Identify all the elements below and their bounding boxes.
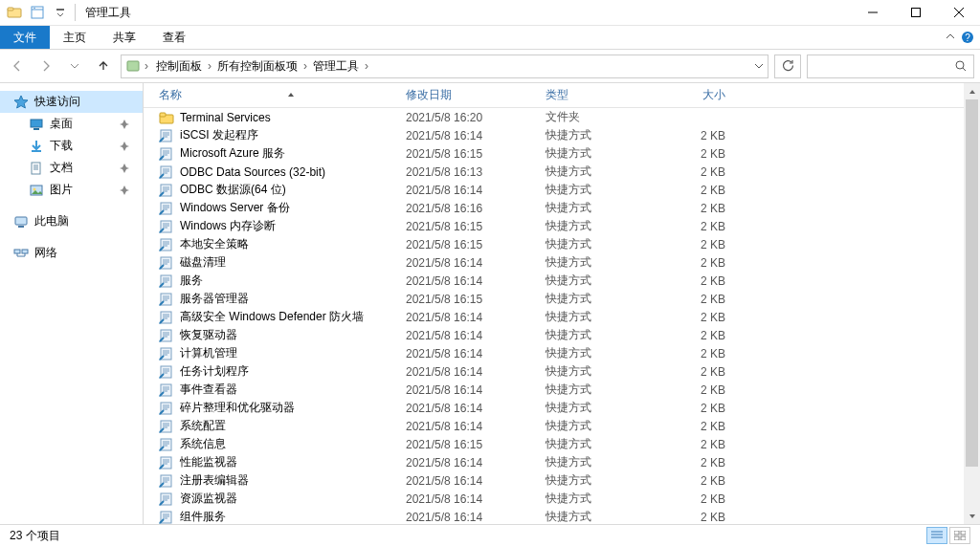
file-type: 快捷方式 xyxy=(540,273,655,289)
file-row[interactable]: 磁盘清理2021/5/8 16:14快捷方式2 KB xyxy=(144,253,980,272)
file-size: 2 KB xyxy=(655,202,731,215)
file-row[interactable]: ODBC 数据源(64 位)2021/5/8 16:14快捷方式2 KB xyxy=(144,181,980,199)
svg-rect-18 xyxy=(14,250,20,253)
breadcrumb-sep-icon[interactable]: › xyxy=(206,59,213,73)
view-large-icons-button[interactable] xyxy=(949,527,970,544)
breadcrumb-sep-icon[interactable]: › xyxy=(363,59,370,73)
file-size: 2 KB xyxy=(655,438,731,451)
refresh-button[interactable] xyxy=(774,55,801,78)
file-row[interactable]: 注册表编辑器2021/5/8 16:14快捷方式2 KB xyxy=(144,471,980,490)
file-row[interactable]: 系统配置2021/5/8 16:14快捷方式2 KB xyxy=(144,417,980,435)
title-separator xyxy=(75,4,76,21)
file-type: 快捷方式 xyxy=(540,400,655,416)
nav-forward-button[interactable] xyxy=(34,55,57,77)
content-pane: 名称 修改日期 类型 大小 Terminal Services2021/5/8 … xyxy=(144,83,980,524)
ribbon-expand-icon[interactable] xyxy=(946,33,955,42)
file-size: 2 KB xyxy=(655,184,731,197)
vertical-scrollbar[interactable] xyxy=(964,83,980,524)
view-details-button[interactable] xyxy=(926,527,947,544)
col-header-size[interactable]: 大小 xyxy=(655,87,731,103)
file-type: 快捷方式 xyxy=(540,145,655,162)
file-row[interactable]: 高级安全 Windows Defender 防火墙2021/5/8 16:14快… xyxy=(144,308,980,326)
file-row[interactable]: 计算机管理2021/5/8 16:14快捷方式2 KB xyxy=(144,344,980,362)
file-row[interactable]: 碎片整理和优化驱动器2021/5/8 16:14快捷方式2 KB xyxy=(144,399,980,417)
navigation-pane[interactable]: 快速访问 桌面下载文档图片 此电脑 网络 xyxy=(0,83,144,524)
ribbon-tab[interactable]: 查看 xyxy=(149,26,199,49)
network-icon xyxy=(13,246,29,261)
ribbon-tab[interactable]: 主页 xyxy=(50,26,100,49)
file-row[interactable]: Windows 内存诊断2021/5/8 16:15快捷方式2 KB xyxy=(144,217,980,235)
scroll-down-icon[interactable] xyxy=(964,508,980,524)
file-row[interactable]: 性能监视器2021/5/8 16:14快捷方式2 KB xyxy=(144,453,980,471)
nav-network-label: 网络 xyxy=(34,245,57,261)
file-list[interactable]: Terminal Services2021/5/8 16:20文件夹iSCSI … xyxy=(144,108,980,524)
breadcrumb-item[interactable]: 所有控制面板项 xyxy=(213,55,301,77)
window-title: 管理工具 xyxy=(79,5,131,21)
col-header-type[interactable]: 类型 xyxy=(540,87,655,103)
col-header-name[interactable]: 名称 xyxy=(153,87,400,103)
file-row[interactable]: iSCSI 发起程序2021/5/8 16:14快捷方式2 KB xyxy=(144,126,980,144)
file-size: 2 KB xyxy=(655,238,731,251)
nav-recent-dropdown[interactable] xyxy=(63,55,86,77)
minimize-button[interactable] xyxy=(851,0,894,26)
nav-quick-item[interactable]: 图片 xyxy=(29,179,143,201)
svg-text:?: ? xyxy=(965,33,970,43)
qat-folders-icon[interactable] xyxy=(4,2,25,23)
file-row[interactable]: 恢复驱动器2021/5/8 16:14快捷方式2 KB xyxy=(144,326,980,344)
downloads-icon xyxy=(29,139,44,154)
nav-back-button[interactable] xyxy=(6,55,29,77)
file-row[interactable]: 任务计划程序2021/5/8 16:14快捷方式2 KB xyxy=(144,362,980,381)
file-row[interactable]: 服务2021/5/8 16:14快捷方式2 KB xyxy=(144,272,980,290)
file-row[interactable]: 系统信息2021/5/8 16:15快捷方式2 KB xyxy=(144,435,980,453)
nav-quick-item[interactable]: 桌面 xyxy=(29,113,143,135)
qat-properties-icon[interactable] xyxy=(27,2,48,23)
shortcut-icon xyxy=(159,473,174,489)
file-size: 2 KB xyxy=(655,420,731,433)
breadcrumb-bar[interactable]: › 控制面板›所有控制面板项›管理工具› xyxy=(121,55,768,78)
breadcrumb-sep-icon[interactable]: › xyxy=(143,59,150,73)
ribbon-tab-file[interactable]: 文件 xyxy=(0,26,50,49)
file-date: 2021/5/8 16:14 xyxy=(400,456,540,470)
scroll-thumb[interactable] xyxy=(966,99,978,467)
nav-this-pc[interactable]: 此电脑 xyxy=(0,210,143,232)
breadcrumb-item[interactable]: 控制面板 xyxy=(152,55,206,77)
address-dropdown-icon[interactable] xyxy=(754,61,764,71)
file-date: 2021/5/8 16:14 xyxy=(400,347,540,360)
scroll-track[interactable] xyxy=(964,99,980,508)
file-name: ODBC 数据源(64 位) xyxy=(180,182,286,198)
file-row[interactable]: 服务器管理器2021/5/8 16:15快捷方式2 KB xyxy=(144,290,980,308)
file-type: 快捷方式 xyxy=(540,327,655,343)
nav-up-button[interactable] xyxy=(92,55,115,77)
nav-quick-access[interactable]: 快速访问 xyxy=(0,91,143,113)
file-row[interactable]: 本地安全策略2021/5/8 16:15快捷方式2 KB xyxy=(144,235,980,253)
file-row[interactable]: 资源监视器2021/5/8 16:14快捷方式2 KB xyxy=(144,490,980,508)
close-button[interactable] xyxy=(937,0,980,26)
file-row[interactable]: 组件服务2021/5/8 16:14快捷方式2 KB xyxy=(144,508,980,524)
shortcut-icon xyxy=(159,455,174,470)
file-name: 服务器管理器 xyxy=(180,291,249,307)
nav-network[interactable]: 网络 xyxy=(0,242,143,264)
col-header-date[interactable]: 修改日期 xyxy=(400,87,540,103)
file-name: 本地安全策略 xyxy=(180,236,249,252)
file-name: 注册表编辑器 xyxy=(180,472,249,489)
nav-quick-item[interactable]: 下载 xyxy=(29,135,143,157)
file-row[interactable]: 事件查看器2021/5/8 16:14快捷方式2 KB xyxy=(144,381,980,399)
qat-dropdown-icon[interactable] xyxy=(50,2,71,23)
breadcrumb-item[interactable]: 管理工具 xyxy=(309,55,363,77)
ribbon-help-icon[interactable]: ? xyxy=(961,31,974,44)
file-type: 快捷方式 xyxy=(540,236,655,252)
scroll-up-icon[interactable] xyxy=(964,83,980,99)
svg-rect-2 xyxy=(32,7,43,18)
search-box[interactable] xyxy=(807,55,974,78)
ribbon-tab[interactable]: 共享 xyxy=(100,26,149,49)
breadcrumb-sep-icon[interactable]: › xyxy=(301,59,309,73)
file-row[interactable]: Microsoft Azure 服务2021/5/8 16:15快捷方式2 KB xyxy=(144,144,980,163)
svg-rect-8 xyxy=(127,61,139,71)
file-row[interactable]: ODBC Data Sources (32-bit)2021/5/8 16:13… xyxy=(144,163,980,181)
file-row[interactable]: Windows Server 备份2021/5/8 16:16快捷方式2 KB xyxy=(144,199,980,217)
maximize-button[interactable] xyxy=(894,0,937,26)
shortcut-icon xyxy=(159,310,174,325)
file-row[interactable]: Terminal Services2021/5/8 16:20文件夹 xyxy=(144,108,980,126)
column-headers: 名称 修改日期 类型 大小 xyxy=(144,83,980,108)
nav-quick-item[interactable]: 文档 xyxy=(29,157,143,179)
